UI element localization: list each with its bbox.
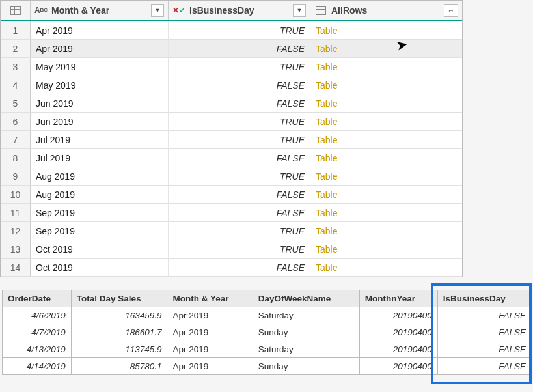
allrows-cell[interactable]: Table [310, 58, 462, 76]
table-row[interactable]: 12Sep 2019TRUETable [1, 222, 462, 240]
isbusinessday-cell[interactable]: FALSE [169, 186, 310, 203]
preview-cell[interactable]: 186601.7 [71, 324, 167, 341]
month-year-cell[interactable]: Apr 2019 [31, 40, 169, 57]
table-row[interactable]: 10Aug 2019FALSETable [1, 186, 462, 204]
filter-dropdown-button[interactable]: ▼ [293, 4, 306, 17]
preview-row[interactable]: 4/13/2019113745.9Apr 2019Saturday2019040… [3, 341, 532, 358]
preview-cell[interactable]: 85780.1 [71, 358, 167, 375]
month-year-cell[interactable]: Aug 2019 [31, 186, 169, 203]
allrows-cell[interactable]: Table [310, 167, 462, 185]
allrows-cell[interactable]: Table [310, 240, 462, 258]
preview-cell[interactable]: FALSE [437, 358, 531, 375]
preview-cell[interactable]: 113745.9 [71, 341, 167, 358]
isbusinessday-cell[interactable]: TRUE [169, 167, 310, 185]
preview-column-header[interactable]: DayOfWeekName [253, 290, 359, 307]
table-row[interactable]: 9Aug 2019TRUETable [1, 167, 462, 186]
isbusinessday-cell[interactable]: FALSE [169, 76, 310, 94]
preview-cell[interactable]: Sunday [253, 324, 359, 341]
table-row[interactable]: 4May 2019FALSETable [1, 76, 462, 94]
row-number-cell[interactable]: 5 [1, 94, 31, 112]
expand-column-button[interactable]: ↔ [444, 4, 458, 17]
month-year-cell[interactable]: Jul 2019 [31, 149, 169, 167]
preview-cell[interactable]: Apr 2019 [167, 307, 253, 324]
row-number-cell[interactable]: 11 [1, 204, 31, 221]
filter-dropdown-button[interactable]: ▼ [151, 4, 164, 17]
table-row[interactable]: 2Apr 2019FALSETable [1, 40, 462, 58]
isbusinessday-cell[interactable]: FALSE [169, 204, 310, 221]
month-year-cell[interactable]: Sep 2019 [31, 222, 169, 240]
month-year-cell[interactable]: May 2019 [31, 76, 169, 94]
row-number-cell[interactable]: 1 [1, 21, 31, 39]
table-row[interactable]: 6Jun 2019TRUETable [1, 113, 462, 131]
isbusinessday-cell[interactable]: TRUE [169, 21, 310, 39]
row-number-cell[interactable]: 4 [1, 76, 31, 94]
month-year-cell[interactable]: Jun 2019 [31, 94, 169, 112]
preview-row[interactable]: 4/14/201985780.1Apr 2019Sunday20190400FA… [3, 358, 532, 375]
row-number-cell[interactable]: 2 [1, 40, 31, 57]
allrows-cell[interactable]: Table [310, 76, 462, 94]
allrows-cell[interactable]: Table [310, 204, 462, 221]
isbusinessday-cell[interactable]: TRUE [169, 240, 310, 258]
preview-column-header[interactable]: Month & Year [167, 290, 253, 307]
row-number-cell[interactable]: 6 [1, 113, 31, 130]
allrows-cell[interactable]: Table [310, 131, 462, 148]
preview-cell[interactable]: 4/7/2019 [3, 324, 72, 341]
preview-row[interactable]: 4/6/2019163459.9Apr 2019Saturday20190400… [3, 307, 532, 324]
preview-cell[interactable]: FALSE [437, 324, 531, 341]
preview-column-header[interactable]: IsBusinessDay [437, 290, 531, 307]
table-row[interactable]: 13Oct 2019TRUETable [1, 240, 462, 259]
row-selector-header[interactable] [1, 1, 31, 20]
column-header-allrows[interactable]: AllRows ↔ [310, 1, 462, 20]
preview-column-header[interactable]: MonthnYear [359, 290, 437, 307]
preview-cell[interactable]: Saturday [253, 341, 359, 358]
month-year-cell[interactable]: Sep 2019 [31, 204, 169, 221]
row-number-cell[interactable]: 7 [1, 131, 31, 148]
preview-cell[interactable]: 20190400 [359, 358, 437, 375]
isbusinessday-cell[interactable]: TRUE [169, 222, 310, 240]
preview-cell[interactable]: Saturday [253, 307, 359, 324]
isbusinessday-cell[interactable]: TRUE [169, 131, 310, 148]
column-header-month-year[interactable]: ABC Month & Year ▼ [31, 1, 169, 20]
preview-cell[interactable]: 4/14/2019 [3, 358, 72, 375]
allrows-cell[interactable]: Table [310, 40, 462, 57]
row-number-cell[interactable]: 10 [1, 186, 31, 203]
row-number-cell[interactable]: 14 [1, 259, 31, 276]
isbusinessday-cell[interactable]: FALSE [169, 40, 310, 57]
allrows-cell[interactable]: Table [310, 94, 462, 112]
table-row[interactable]: 11Sep 2019FALSETable [1, 204, 462, 222]
month-year-cell[interactable]: Jun 2019 [31, 113, 169, 130]
allrows-cell[interactable]: Table [310, 149, 462, 167]
table-row[interactable]: 5Jun 2019FALSETable [1, 94, 462, 113]
preview-cell[interactable]: Apr 2019 [167, 358, 253, 375]
preview-cell[interactable]: Sunday [253, 358, 359, 375]
preview-cell[interactable]: FALSE [437, 307, 531, 324]
isbusinessday-cell[interactable]: FALSE [169, 94, 310, 112]
preview-row[interactable]: 4/7/2019186601.7Apr 2019Sunday20190400FA… [3, 324, 532, 341]
table-row[interactable]: 7Jul 2019TRUETable [1, 131, 462, 149]
month-year-cell[interactable]: Apr 2019 [31, 21, 169, 39]
preview-column-header[interactable]: Total Day Sales [71, 290, 167, 307]
isbusinessday-cell[interactable]: TRUE [169, 113, 310, 130]
row-number-cell[interactable]: 8 [1, 149, 31, 167]
isbusinessday-cell[interactable]: FALSE [169, 149, 310, 167]
allrows-cell[interactable]: Table [310, 21, 462, 39]
row-number-cell[interactable]: 9 [1, 167, 31, 185]
month-year-cell[interactable]: Oct 2019 [31, 240, 169, 258]
allrows-cell[interactable]: Table [310, 259, 462, 276]
preview-cell[interactable]: 20190400 [359, 307, 437, 324]
month-year-cell[interactable]: Aug 2019 [31, 167, 169, 185]
column-header-isbusinessday[interactable]: ✕✓ IsBusinessDay ▼ [169, 1, 310, 20]
table-row[interactable]: 1Apr 2019TRUETable [1, 21, 462, 40]
allrows-cell[interactable]: Table [310, 113, 462, 130]
month-year-cell[interactable]: Jul 2019 [31, 131, 169, 148]
preview-column-header[interactable]: OrderDate [3, 290, 72, 307]
preview-cell[interactable]: 163459.9 [71, 307, 167, 324]
preview-cell[interactable]: 20190400 [359, 341, 437, 358]
preview-cell[interactable]: 20190400 [359, 324, 437, 341]
row-number-cell[interactable]: 12 [1, 222, 31, 240]
preview-cell[interactable]: Apr 2019 [167, 324, 253, 341]
allrows-cell[interactable]: Table [310, 186, 462, 203]
month-year-cell[interactable]: Oct 2019 [31, 259, 169, 276]
row-number-cell[interactable]: 3 [1, 58, 31, 76]
preview-cell[interactable]: FALSE [437, 341, 531, 358]
